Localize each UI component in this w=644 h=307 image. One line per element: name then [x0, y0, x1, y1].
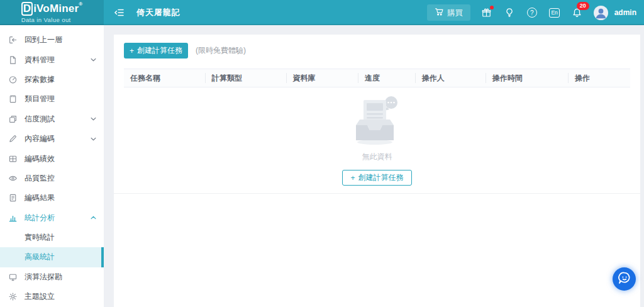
logo[interactable]: DiVoMiner® Data in Value out — [0, 0, 104, 25]
sidebar-item-coding-performance[interactable]: 編碼績效 — [0, 148, 104, 168]
sidebar-item-realtime-statistics[interactable]: 實時統計 — [0, 228, 104, 247]
gift-icon[interactable] — [480, 6, 493, 19]
sidebar-item-label: 編碼結果 — [25, 193, 55, 203]
main-content: + 創建計算任務 (限時免費體驗) 任務名稱 計算類型 資料庫 進度 操作人 操… — [104, 25, 644, 307]
sidebar-item-label: 統計分析 — [25, 213, 55, 223]
sidebar-item-label: 回到上一層 — [25, 35, 62, 45]
header-bar: 倚天屠龍記 購買 ? En — [104, 0, 644, 25]
column-operation-time: 操作時間 — [486, 73, 568, 83]
help-icon[interactable]: ? — [526, 6, 538, 19]
sidebar-item-label: 內容編碼 — [25, 133, 55, 144]
logo-d-mark: D — [21, 2, 33, 16]
table-header: 任務名稱 計算類型 資料庫 進度 操作人 操作時間 操作 — [124, 69, 630, 87]
bell-icon[interactable]: 20 — [571, 6, 584, 19]
chat-bubble-icon — [616, 270, 633, 289]
sidebar-item-label: 實時統計 — [25, 232, 55, 243]
collapse-sidebar-icon[interactable] — [113, 6, 126, 20]
sidebar-item-statistical-analysis[interactable]: 統計分析 — [0, 208, 104, 228]
chevron-down-icon — [91, 58, 96, 62]
column-database: 資料庫 — [286, 73, 358, 83]
empty-create-task-button[interactable]: + 創建計算任務 — [342, 170, 411, 186]
sidebar-item-label: 資料管理 — [25, 55, 55, 65]
sidebar-item-back[interactable]: 回到上一層 — [0, 30, 104, 50]
eye-icon — [8, 174, 18, 183]
reliability-icon — [8, 114, 18, 124]
column-calc-type: 計算類型 — [205, 73, 286, 83]
brand-name: DiVoMiner® — [21, 2, 83, 16]
gear-icon — [8, 292, 18, 301]
content-card: + 創建計算任務 (限時免費體驗) 任務名稱 計算類型 資料庫 進度 操作人 操… — [114, 35, 640, 307]
empty-inbox-illustration — [346, 139, 409, 150]
sidebar-item-topic-setup[interactable]: 主題設立 — [0, 287, 104, 306]
notification-badge: 20 — [577, 2, 589, 10]
sidebar-item-algorithm-mining[interactable]: 演算法探勘 — [0, 267, 104, 287]
sidebar-item-data-management[interactable]: 資料管理 — [0, 50, 104, 69]
empty-state-message: 無此資料 — [124, 152, 630, 162]
chevron-down-icon — [91, 137, 96, 141]
create-task-button[interactable]: + 創建計算任務 — [124, 43, 188, 59]
top-header: DiVoMiner® Data in Value out 倚天屠龍記 購買 — [0, 0, 644, 25]
create-task-button-label: 創建計算任務 — [137, 45, 182, 56]
document-icon — [8, 55, 18, 65]
explore-icon — [8, 75, 18, 84]
category-icon — [8, 94, 18, 104]
plus-icon: + — [130, 47, 134, 55]
sidebar-item-label: 編碼績效 — [25, 154, 55, 164]
grid-icon — [8, 154, 18, 164]
divider — [114, 193, 640, 194]
bar-chart-icon — [8, 213, 18, 223]
back-icon — [8, 35, 18, 45]
chevron-down-icon — [91, 117, 96, 121]
plus-icon: + — [350, 174, 355, 182]
gift-notification-dot — [490, 6, 494, 9]
sidebar-item-label: 探索數據 — [25, 74, 55, 85]
sidebar-item-advanced-statistics[interactable]: 高級統計 — [0, 247, 104, 267]
sidebar-item-label: 信度測試 — [25, 114, 55, 125]
toolbar: + 創建計算任務 (限時免費體驗) — [124, 35, 630, 59]
column-actions: 操作 — [568, 73, 630, 83]
project-title: 倚天屠龍記 — [136, 7, 180, 18]
sidebar-item-quality-monitoring[interactable]: 品質監控 — [0, 169, 104, 188]
sidebar-item-label: 品質監控 — [25, 173, 55, 184]
language-icon[interactable]: En — [548, 6, 561, 19]
sidebar: 回到上一層 資料管理 探索數據 類目管理 信度測試 內 — [0, 25, 104, 307]
sidebar-item-reliability-test[interactable]: 信度測試 — [0, 109, 104, 129]
column-operator: 操作人 — [415, 73, 486, 83]
sidebar-item-category-management[interactable]: 類目管理 — [0, 89, 104, 109]
sidebar-item-explore-data[interactable]: 探索數據 — [0, 70, 104, 89]
pencil-icon — [8, 134, 18, 143]
lightbulb-icon[interactable] — [503, 6, 516, 19]
sidebar-item-coding-results[interactable]: 編碼結果 — [0, 188, 104, 208]
empty-create-task-button-label: 創建計算任務 — [358, 172, 404, 183]
empty-state: 無此資料 + 創建計算任務 — [124, 87, 630, 194]
buy-button-label: 購買 — [448, 8, 463, 18]
sidebar-item-label: 演算法探勘 — [25, 272, 62, 282]
brand-tagline: Data in Value out — [21, 17, 83, 23]
cart-icon — [435, 7, 444, 18]
buy-button[interactable]: 購買 — [427, 4, 470, 21]
trial-note: (限時免費體驗) — [196, 45, 246, 56]
sidebar-item-label: 高級統計 — [25, 252, 55, 262]
monitor-icon — [8, 272, 18, 282]
username[interactable]: admin — [614, 8, 636, 17]
results-icon — [8, 193, 18, 203]
sidebar-item-content-coding[interactable]: 內容編碼 — [0, 129, 104, 148]
column-progress: 進度 — [358, 73, 415, 83]
chat-widget-button[interactable] — [613, 267, 636, 291]
app-window: DiVoMiner® Data in Value out 倚天屠龍記 購買 — [0, 0, 644, 307]
avatar[interactable] — [594, 6, 608, 20]
sidebar-item-label: 類目管理 — [25, 94, 55, 104]
chevron-up-icon — [91, 216, 96, 220]
sidebar-item-label: 主題設立 — [25, 291, 55, 302]
column-task-name: 任務名稱 — [124, 73, 205, 84]
